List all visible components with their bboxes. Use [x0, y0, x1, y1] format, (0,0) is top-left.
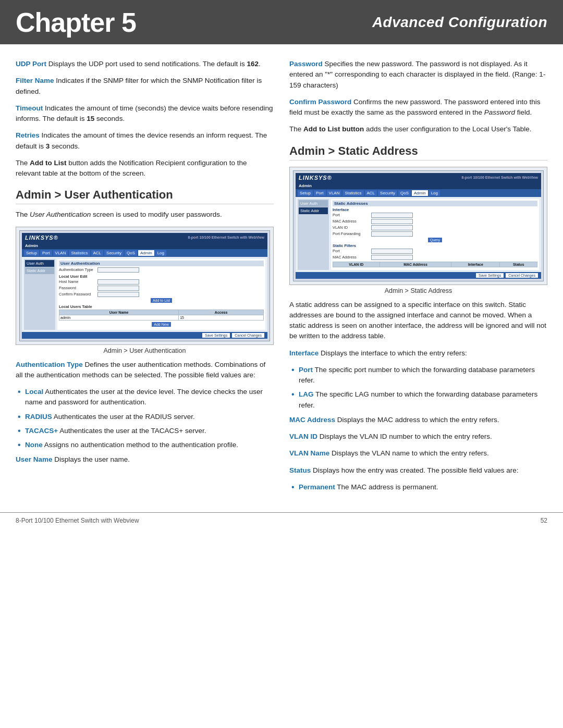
bullet-lag: LAG The specific LAG number to which the…: [289, 389, 547, 411]
linksys-body-2: User Auth Static Addr Static Addresses I…: [296, 197, 541, 272]
nav2-qos[interactable]: QoS: [398, 190, 411, 196]
bullet-none-term: None: [25, 441, 43, 449]
host-name-input[interactable]: [97, 279, 139, 285]
confirm-password-para: Confirm Password Confirms the new passwo…: [289, 97, 547, 118]
nav-vlan[interactable]: VLAN: [53, 250, 68, 256]
sidebar2-static-addr[interactable]: Static Addr: [299, 207, 328, 214]
udp-port-text: Displays the UDP port used to send notif…: [46, 60, 247, 68]
sidebar-user-auth[interactable]: User Auth: [25, 260, 54, 267]
static-address-screenshot: LINKSYS® 8-port 10/100 Ethernet Switch w…: [289, 167, 547, 285]
vlan-id-label: VLAN ID: [333, 225, 369, 230]
nav2-admin[interactable]: Admin: [412, 190, 428, 196]
add-new-button[interactable]: Add New: [152, 322, 170, 327]
linksys-logo-2: LINKSYS®: [299, 175, 332, 181]
left-column: UDP Port Displays the UDP port used to s…: [16, 59, 274, 497]
bullet-permanent: Permanent The MAC address is permanent.: [289, 482, 547, 492]
linksys-header-1: LINKSYS® 8-port 10/100 Ethernet Switch w…: [22, 233, 267, 242]
cancel-btn-2[interactable]: Cancel Changes: [506, 273, 538, 278]
vlan-name-para: VLAN Name Displays the VLAN name to whic…: [289, 448, 547, 459]
sidebar-static-addr[interactable]: Static Addr: [25, 267, 54, 274]
nav-acl[interactable]: ACL: [91, 250, 104, 256]
col-mac: MAC Address: [380, 262, 451, 267]
linksys-section-static: Static Addresses: [333, 201, 537, 206]
filter-name-para: Filter Name Indicates if the SNMP filter…: [16, 76, 274, 97]
retries-end: seconds.: [50, 142, 80, 150]
add-list-button[interactable]: Add to List: [151, 298, 172, 303]
sidebar2-user-auth[interactable]: User Auth: [299, 200, 328, 207]
vlan-id-text: Displays the VLAN ID number to which the…: [317, 433, 492, 440]
confirm-password-input[interactable]: [97, 292, 139, 297]
nav2-setup[interactable]: Setup: [298, 190, 313, 196]
static-address-heading: Admin > Static Address: [289, 144, 547, 161]
nav2-vlan[interactable]: VLAN: [327, 190, 342, 196]
password-input[interactable]: [97, 286, 139, 291]
udp-port-term: UDP Port: [16, 60, 46, 68]
sf-mac-input[interactable]: [371, 255, 413, 260]
auth-type-input[interactable]: [97, 267, 139, 273]
bullet-tacacs: TACACS+ Authenticates the user at the TA…: [16, 426, 274, 436]
portforward-input[interactable]: [371, 231, 413, 237]
timeout-term: Timeout: [16, 104, 43, 112]
nav-security[interactable]: Security: [104, 250, 124, 256]
linksys-main-2: Static Addresses Interface Port MAC Addr…: [331, 199, 539, 270]
page-header: Chapter 5 Advanced Configuration: [0, 0, 563, 44]
footer-right: 52: [541, 517, 547, 524]
linksys-section-user-auth: User Authentication: [59, 261, 264, 266]
nav-admin[interactable]: Admin: [138, 250, 154, 256]
right-column: Password Specifies the new password. The…: [289, 59, 547, 497]
nav2-log[interactable]: Log: [429, 190, 440, 196]
bullet-local-text: Authenticates the user at the device lev…: [25, 388, 263, 406]
nav-log[interactable]: Log: [155, 250, 166, 256]
add-list-btn-text1: The: [289, 125, 303, 133]
auth-type-para: Authentication Type Defines the user aut…: [16, 360, 274, 381]
mac-addr-input[interactable]: [371, 219, 413, 224]
timeout-para: Timeout Indicates the amount of time (se…: [16, 103, 274, 125]
user-auth-intro1: The: [16, 211, 30, 218]
vlan-id-term: VLAN ID: [289, 433, 317, 440]
nav2-stats[interactable]: Statistics: [342, 190, 363, 196]
screenshot1-caption: Admin > User Authentication: [16, 347, 274, 354]
cancel-btn-1[interactable]: Cancel Changes: [232, 333, 264, 338]
field-vlan-id: VLAN ID: [333, 225, 537, 230]
save-btn-2[interactable]: Save Settings: [476, 273, 504, 278]
nav-port[interactable]: Port: [40, 250, 52, 256]
sf-port-input[interactable]: [371, 249, 413, 254]
nav-qos[interactable]: QoS: [125, 250, 137, 256]
vlan-name-text: Displays the VLAN name to which the entr…: [329, 449, 488, 457]
save-btn-1[interactable]: Save Settings: [202, 333, 230, 338]
port-input[interactable]: [371, 213, 413, 218]
add-to-list-text1: The: [16, 159, 30, 167]
nav-setup[interactable]: Setup: [24, 250, 39, 256]
main-content: UDP Port Displays the UDP port used to s…: [0, 44, 563, 507]
status-term: Status: [289, 466, 311, 474]
field-sf-port: Port: [333, 249, 537, 254]
static-filters-label: Static Filters: [333, 243, 537, 248]
host-name-label: Host Name: [59, 279, 95, 284]
nav2-acl[interactable]: ACL: [365, 190, 377, 196]
static-addr-table: VLAN ID MAC Address Interface Status: [333, 262, 537, 267]
password-label: Password: [59, 286, 95, 290]
confirm-password-term: Confirm Password: [289, 98, 351, 106]
vlan-id-para: VLAN ID Displays the VLAN ID number to w…: [289, 431, 547, 442]
confirm-password-end: field.: [515, 108, 532, 116]
bullet-local-term: Local: [25, 388, 43, 396]
field-mac-addr: MAC Address: [333, 219, 537, 224]
nav-stats[interactable]: Statistics: [69, 250, 90, 256]
user-auth-intro2: screen is used to modify user passwords.: [91, 211, 222, 218]
query-button[interactable]: Query: [428, 238, 442, 242]
col-interface: Interface: [451, 262, 500, 267]
bullet-lag-text: The specific LAG number to which the for…: [299, 390, 537, 409]
confirm-password-label: Confirm Password: [59, 292, 95, 297]
chapter-title: Chapter 5: [16, 7, 136, 38]
local-users-table-label: Local Users Table: [59, 304, 264, 309]
linksys-nav-1: Setup Port VLAN Statistics ACL Security …: [22, 249, 267, 257]
vlan-id-input[interactable]: [371, 225, 413, 230]
nav2-port[interactable]: Port: [314, 190, 326, 196]
retries-para: Retries Indicates the amount of times th…: [16, 130, 274, 152]
nav2-security[interactable]: Security: [378, 190, 397, 196]
table-row-1-name: admin: [59, 315, 179, 320]
bullet-local: Local Authenticates the user at the devi…: [16, 387, 274, 408]
add-new-btn-container: Add New: [59, 322, 264, 327]
port-radio-label: Port: [333, 213, 369, 217]
password-term: Password: [289, 60, 323, 68]
